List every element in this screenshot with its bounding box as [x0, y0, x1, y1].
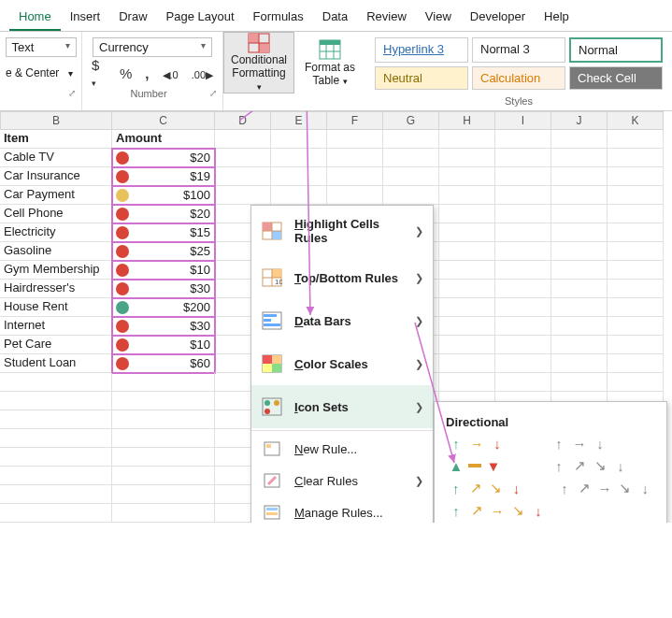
menu-data-bars[interactable]: Data Bars❯: [251, 299, 433, 342]
cell[interactable]: [0, 410, 112, 429]
cell[interactable]: [551, 130, 608, 149]
cell[interactable]: [112, 467, 215, 485]
cell[interactable]: [0, 429, 112, 448]
cell[interactable]: [608, 298, 664, 317]
iconset-4arrows-color[interactable]: ↑↗↘↓: [446, 480, 526, 496]
cell[interactable]: [439, 298, 495, 317]
cell[interactable]: [608, 336, 664, 354]
cell[interactable]: Amount: [112, 130, 215, 149]
cell[interactable]: Electricity: [0, 223, 112, 242]
menu-color-scales[interactable]: Color Scales❯: [251, 342, 433, 385]
cell[interactable]: [495, 130, 551, 149]
tab-home[interactable]: Home: [9, 6, 61, 31]
cell[interactable]: [271, 186, 327, 205]
cell[interactable]: [551, 336, 608, 354]
increase-decimal-button[interactable]: ◀.0: [159, 65, 182, 81]
cell[interactable]: [112, 485, 215, 504]
cell[interactable]: Cable TV: [0, 149, 112, 167]
tab-page-layout[interactable]: Page Layout: [157, 6, 244, 31]
cell[interactable]: [0, 467, 112, 485]
cell[interactable]: [327, 167, 383, 186]
cell[interactable]: Item: [0, 130, 112, 149]
cell[interactable]: [551, 317, 608, 336]
cell[interactable]: [551, 242, 608, 261]
style-check-cell[interactable]: Check Cell: [569, 66, 663, 90]
cell[interactable]: [439, 354, 495, 373]
cell[interactable]: [439, 261, 495, 280]
cell[interactable]: [608, 205, 664, 223]
tab-formulas[interactable]: Formulas: [244, 6, 313, 31]
cell[interactable]: [495, 149, 551, 167]
cell[interactable]: [0, 485, 112, 504]
cell[interactable]: [495, 373, 551, 392]
cell[interactable]: [608, 373, 664, 392]
cell[interactable]: $30: [112, 280, 215, 298]
cell[interactable]: [551, 149, 608, 167]
column-header[interactable]: K: [608, 111, 664, 130]
tab-view[interactable]: View: [416, 6, 461, 31]
style-normal-3[interactable]: Normal 3: [472, 37, 565, 63]
cell[interactable]: [495, 261, 551, 280]
tab-insert[interactable]: Insert: [61, 6, 110, 31]
cell[interactable]: [327, 186, 383, 205]
cell-styles-gallery[interactable]: Hyperlink 3Normal 3NormalNeutralCalculat…: [371, 34, 666, 93]
worksheet[interactable]: BCDEFGHIJK ItemAmountCable TV$20Car Insu…: [0, 111, 672, 523]
cell[interactable]: [0, 373, 112, 392]
cell[interactable]: [215, 167, 271, 186]
style-hyperlink-3[interactable]: Hyperlink 3: [375, 37, 468, 63]
menu-top/bottom-rules[interactable]: 10Top/Bottom Rules❯: [251, 256, 433, 299]
cell[interactable]: $10: [112, 336, 215, 354]
cell[interactable]: [495, 186, 551, 205]
cell[interactable]: [0, 392, 112, 410]
cell[interactable]: Hairdresser's: [0, 280, 112, 298]
dialog-launcher-icon[interactable]: ⤢: [209, 88, 217, 98]
cell[interactable]: $20: [112, 149, 215, 167]
cell[interactable]: [327, 149, 383, 167]
cell[interactable]: [551, 261, 608, 280]
cell[interactable]: [439, 186, 495, 205]
cell[interactable]: $30: [112, 317, 215, 336]
cell[interactable]: [608, 317, 664, 336]
cell[interactable]: [608, 186, 664, 205]
cell[interactable]: Car Payment: [0, 186, 112, 205]
conditional-formatting-button[interactable]: Conditional Formatting ▾: [223, 32, 294, 93]
column-header[interactable]: D: [215, 111, 271, 130]
cell[interactable]: [383, 130, 439, 149]
iconset-3triangles[interactable]: ▲▼: [446, 457, 521, 474]
format-as-table-button[interactable]: Format as Table ▾: [294, 32, 365, 93]
number-format-select[interactable]: Currency: [93, 37, 212, 57]
cell[interactable]: Gasoline: [0, 242, 112, 261]
cell[interactable]: [551, 186, 608, 205]
dialog-launcher-icon[interactable]: ⤢: [68, 88, 76, 98]
tab-data[interactable]: Data: [313, 6, 357, 31]
accounting-format-button[interactable]: $ ▾: [88, 57, 110, 89]
style-calculation[interactable]: Calculation: [472, 66, 565, 90]
cell[interactable]: Car Insurance: [0, 167, 112, 186]
cell[interactable]: [495, 336, 551, 354]
cell[interactable]: [495, 167, 551, 186]
cell[interactable]: [551, 223, 608, 242]
column-header[interactable]: C: [112, 111, 215, 130]
tab-help[interactable]: Help: [535, 6, 579, 31]
cell[interactable]: $60: [112, 354, 215, 373]
tab-developer[interactable]: Developer: [461, 6, 535, 31]
merge-center-partial[interactable]: e & Center: [6, 66, 59, 79]
decrease-decimal-button[interactable]: .00▶: [188, 65, 217, 81]
cell[interactable]: [439, 149, 495, 167]
cell[interactable]: [439, 242, 495, 261]
cell[interactable]: [439, 373, 495, 392]
cell[interactable]: [608, 149, 664, 167]
cell[interactable]: [551, 354, 608, 373]
column-header[interactable]: H: [439, 111, 495, 130]
cell[interactable]: [608, 280, 664, 298]
cell[interactable]: $10: [112, 261, 215, 280]
cell[interactable]: [439, 205, 495, 223]
cell[interactable]: $20: [112, 205, 215, 223]
cell[interactable]: [271, 149, 327, 167]
cell[interactable]: [271, 167, 327, 186]
cell[interactable]: [215, 130, 271, 149]
cell[interactable]: [112, 392, 215, 410]
cell[interactable]: [439, 317, 495, 336]
iconset-5arrows-color[interactable]: ↑↗→↘↓: [446, 502, 549, 519]
cell[interactable]: [439, 280, 495, 298]
